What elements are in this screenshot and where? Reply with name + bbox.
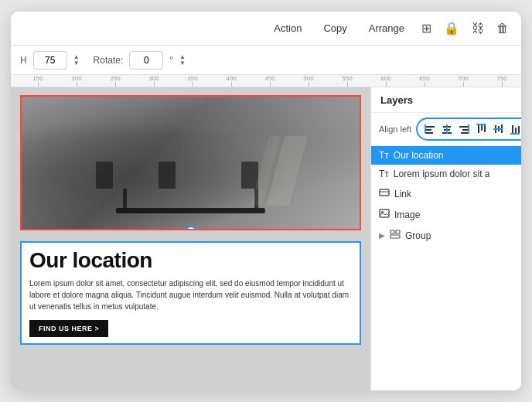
align-icons-group	[416, 118, 521, 141]
main-area: ↻ Our location Lorem ipsum dolor sit ame…	[11, 87, 521, 390]
align-middle-icon[interactable]	[490, 121, 506, 137]
height-label: H	[20, 55, 27, 66]
layer-item-our-location[interactable]: Tт Our location	[371, 146, 521, 165]
svg-rect-33	[390, 235, 400, 238]
ruler-mark: 150	[19, 75, 57, 87]
svg-rect-23	[510, 133, 520, 135]
ruler-mark: 750	[483, 75, 521, 87]
copy-button[interactable]: Copy	[319, 19, 351, 37]
rotate-input[interactable]	[129, 51, 163, 70]
canvas-area[interactable]: ↻ Our location Lorem ipsum dolor sit ame…	[11, 87, 370, 390]
ruler-mark: 600	[367, 75, 405, 87]
layer-group-icon	[390, 229, 401, 242]
svg-rect-19	[493, 128, 503, 130]
ruler: 150 200 250 300 350 400 450 500 550 600 …	[11, 75, 521, 87]
align-center-h-icon[interactable]	[439, 121, 455, 137]
svg-rect-21	[515, 128, 517, 133]
svg-rect-9	[462, 129, 469, 131]
svg-rect-29	[380, 210, 389, 217]
align-right-icon[interactable]	[456, 121, 472, 137]
layer-item-group[interactable]: ▶ Group	[371, 225, 521, 246]
svg-rect-11	[468, 124, 469, 134]
height-spinner[interactable]: ▲ ▼	[72, 54, 81, 66]
align-label: Align left	[379, 124, 411, 134]
canvas-heading: Our location	[29, 249, 352, 273]
rotate-down[interactable]: ▼	[178, 60, 187, 66]
link-icon[interactable]: ⛓	[472, 22, 484, 36]
degree-symbol: °	[169, 55, 173, 66]
layers-list: Tт Our location Tт Lorem ipsum dolor sit…	[371, 146, 521, 390]
layer-label: Link	[394, 189, 521, 199]
svg-rect-13	[481, 125, 483, 131]
rotate-label: Rotate:	[94, 55, 124, 66]
ruler-mark: 550	[328, 75, 367, 87]
canvas-image: ↻	[20, 95, 361, 230]
expand-icon[interactable]: ▶	[379, 231, 385, 240]
layer-item-lorem[interactable]: Tт Lorem ipsum dolor sit a	[371, 165, 521, 183]
top-toolbar: Action Copy Arrange ⊞ 🔒 ⛓ 🗑	[11, 12, 521, 46]
align-bottom-icon[interactable]	[507, 121, 521, 137]
ruler-mark: 500	[289, 75, 328, 87]
layer-link-icon	[379, 187, 390, 200]
layers-panel: Layers ✕ Align left	[371, 87, 521, 390]
svg-rect-2	[425, 132, 433, 134]
ruler-mark: 200	[57, 75, 96, 87]
svg-rect-14	[484, 125, 486, 132]
layer-text-icon: Tт	[379, 150, 389, 161]
layer-item-link[interactable]: Link	[371, 183, 521, 204]
app-window: Action Copy Arrange ⊞ 🔒 ⛓ 🗑 H ▲ ▼ Rotate…	[11, 12, 521, 390]
layer-label: Lorem ipsum dolor sit a	[394, 169, 521, 179]
canvas-cta-button[interactable]: FIND US HERE >	[29, 320, 108, 337]
arrange-button[interactable]: Arrange	[364, 19, 409, 37]
trash-icon[interactable]: 🗑	[496, 22, 509, 36]
svg-rect-32	[396, 230, 400, 233]
ruler-mark: 250	[96, 75, 135, 87]
layers-header: Layers ✕	[371, 87, 521, 113]
layer-label: Group	[405, 230, 521, 241]
ruler-mark: 700	[444, 75, 483, 87]
canvas-text-block[interactable]: Our location Lorem ipsum dolor sit amet,…	[20, 241, 361, 345]
svg-rect-27	[380, 189, 389, 196]
layer-label: Our location	[394, 150, 521, 161]
action-button[interactable]: Action	[269, 19, 306, 37]
svg-rect-8	[459, 126, 469, 128]
canvas-body-text: Lorem ipsum dolor sit amet, consectetur …	[29, 278, 352, 312]
svg-rect-0	[425, 126, 435, 128]
height-input[interactable]	[33, 51, 67, 70]
svg-rect-1	[425, 129, 431, 131]
svg-rect-3	[425, 124, 426, 134]
svg-rect-20	[512, 125, 513, 133]
ruler-mark: 300	[135, 75, 173, 87]
layer-item-image[interactable]: Image	[371, 204, 521, 225]
ruler-mark: 350	[173, 75, 212, 87]
layers-title: Layers	[380, 94, 413, 106]
ruler-mark: 650	[405, 75, 444, 87]
svg-rect-12	[478, 125, 479, 133]
svg-rect-22	[518, 126, 520, 133]
right-panel: Layers ✕ Align left	[370, 87, 521, 390]
second-toolbar: H ▲ ▼ Rotate: ° ▲ ▼	[11, 46, 521, 75]
align-bar: Align left	[371, 113, 521, 146]
rotate-spinner[interactable]: ▲ ▼	[178, 54, 187, 66]
ruler-mark: 450	[251, 75, 289, 87]
svg-rect-7	[446, 124, 448, 134]
lock-icon[interactable]: 🔒	[444, 21, 459, 36]
svg-rect-31	[390, 230, 394, 233]
layer-image-icon	[379, 208, 390, 221]
grid-icon[interactable]: ⊞	[421, 21, 431, 36]
svg-rect-15	[476, 124, 486, 125]
height-down[interactable]: ▼	[72, 60, 81, 66]
layer-label: Image	[394, 210, 521, 220]
align-left-icon[interactable]	[422, 121, 438, 137]
layer-text-icon: Tт	[379, 169, 389, 179]
align-top-icon[interactable]	[473, 121, 489, 137]
ruler-mark: 400	[212, 75, 251, 87]
svg-rect-10	[461, 132, 469, 134]
